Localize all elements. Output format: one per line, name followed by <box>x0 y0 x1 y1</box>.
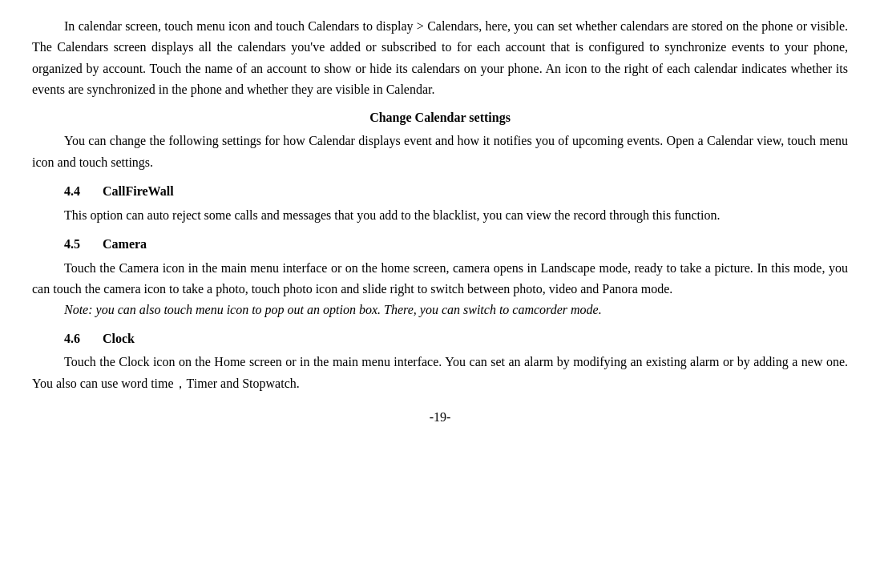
section-4-5-note: Note: you can also touch menu icon to po… <box>32 300 848 320</box>
section-4-4-paragraph: This option can auto reject some calls a… <box>32 205 848 226</box>
change-calendar-heading: Change Calendar settings <box>32 107 848 128</box>
page-content: In calendar screen, touch menu icon and … <box>32 16 848 428</box>
page-number: -19- <box>32 407 848 428</box>
section-4-4-num: 4.4 <box>64 181 103 202</box>
section-4-5-heading: 4.5 Camera <box>32 234 848 255</box>
section-4-5-paragraph: Touch the Camera icon in the main menu i… <box>32 258 848 300</box>
section-4-5-num: 4.5 <box>64 234 103 255</box>
section-4-6-paragraph: Touch the Clock icon on the Home screen … <box>32 352 848 394</box>
intro-paragraph: In calendar screen, touch menu icon and … <box>32 16 848 101</box>
section-4-6-title: Clock <box>103 328 135 349</box>
section-4-6-heading: 4.6 Clock <box>32 328 848 349</box>
section-4-4-title: CallFireWall <box>103 181 174 202</box>
change-calendar-heading-text: Change Calendar settings <box>369 111 511 124</box>
section-4-4-heading: 4.4 CallFireWall <box>32 181 848 202</box>
section-4-6-num: 4.6 <box>64 328 103 349</box>
change-calendar-paragraph: You can change the following settings fo… <box>32 131 848 173</box>
section-4-5-title: Camera <box>103 234 147 255</box>
